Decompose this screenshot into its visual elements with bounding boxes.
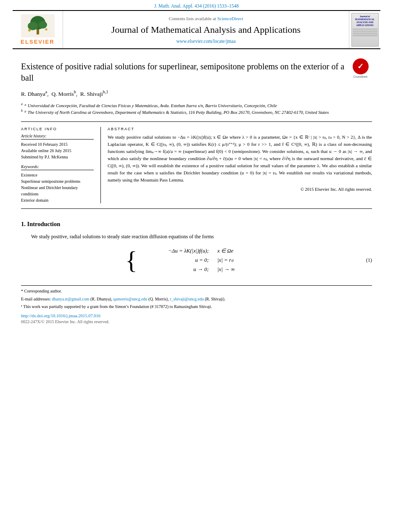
available-date: Available online 26 July 2015 bbox=[21, 147, 94, 154]
email-label: E-mail addresses: bbox=[21, 297, 51, 301]
abstract-column: ABSTRACT We study positive radial soluti… bbox=[101, 127, 372, 203]
email-addresses-note: E-mail addresses: dhanya.tr@gmail.com (R… bbox=[21, 296, 372, 303]
elsevier-brand-text: ELSEVIER bbox=[21, 39, 54, 45]
bottom-copyright: 0022-247X/© 2015 Elsevier Inc. All right… bbox=[21, 319, 372, 324]
email1-author: (R. Dhanya), bbox=[90, 297, 112, 301]
cover-lines bbox=[353, 28, 377, 37]
keywords-label: Keywords: bbox=[21, 164, 94, 170]
introduction-title: 1. Introduction bbox=[21, 221, 372, 228]
svg-point-3 bbox=[28, 22, 38, 30]
abstract-copyright: © 2015 Elsevier Inc. All rights reserved… bbox=[108, 187, 372, 192]
author-sup-b1: b bbox=[74, 90, 76, 94]
sciencedirect-label: Contents lists available at bbox=[169, 16, 216, 21]
keyword-1: Existence bbox=[21, 172, 94, 178]
journal-citation-text: J. Math. Anal. Appl. 434 (2016) 1533–154… bbox=[154, 3, 239, 8]
keyword-3: Nonlinear and Dirichlet boundary conditi… bbox=[21, 184, 94, 197]
email2-author: (Q. Morris), bbox=[148, 297, 169, 301]
submitted-by: Submitted by P.J. McKenna bbox=[21, 154, 94, 160]
main-divider bbox=[21, 121, 372, 122]
equation-number: (1) bbox=[366, 257, 372, 263]
affiliations: a ᵃ Universidad de Concepción, Facultad … bbox=[21, 102, 372, 116]
section-divider bbox=[21, 208, 372, 209]
article-info-column: ARTICLE INFO Article history: Received 1… bbox=[21, 127, 101, 203]
section-number: 1. bbox=[21, 221, 26, 227]
journal-cover-image: Journal ofMATHEMATICALANALYSIS ANDAPPLIC… bbox=[349, 11, 380, 48]
received-date: Received 10 February 2015 bbox=[21, 141, 94, 147]
page-wrapper: J. Math. Anal. Appl. 434 (2016) 1533–154… bbox=[0, 0, 393, 532]
affiliation-b: b ᵇ The University of North Carolina at … bbox=[21, 108, 372, 116]
eq-line1-left: −Δu = λK(|x|)f(u); bbox=[142, 248, 209, 254]
email2-link[interactable]: qamorris@uncg.edu bbox=[113, 297, 147, 301]
journal-url[interactable]: www.elsevier.com/locate/jmaa bbox=[176, 39, 235, 44]
email1-link[interactable]: dhanya.tr@gmail.com bbox=[52, 297, 89, 301]
affiliation-a: a ᵃ Universidad de Concepción, Facultad … bbox=[21, 102, 372, 109]
equation-content: { −Δu = λK(|x|)f(u); x ∈ Ωe u = 0; |x| =… bbox=[125, 248, 268, 273]
keyword-2: Superlinear semipositone problems bbox=[21, 178, 94, 184]
svg-point-5 bbox=[28, 29, 31, 32]
author-sup-a: a bbox=[45, 90, 47, 94]
article-title: Existence of positive radial solutions f… bbox=[21, 61, 345, 84]
journal-cover-placeholder: Journal ofMATHEMATICALANALYSIS ANDAPPLIC… bbox=[351, 13, 379, 47]
journal-center: Contents lists available at ScienceDirec… bbox=[63, 11, 349, 48]
eq-line-1: −Δu = λK(|x|)f(u); x ∈ Ωe bbox=[142, 248, 268, 254]
keyword-4: Exterior domain bbox=[21, 197, 94, 203]
abstract-text: We study positive radial solutions to −Δ… bbox=[108, 134, 372, 184]
equation-1: { −Δu = λK(|x|)f(u); x ∈ Ωe u = 0; |x| =… bbox=[21, 248, 372, 273]
title-row: Existence of positive radial solutions f… bbox=[21, 57, 372, 90]
intro-paragraph: We study positive, radial solutions to s… bbox=[21, 233, 372, 241]
eq-line3-left: u → 0; bbox=[142, 266, 209, 273]
footnotes-area: * Corresponding author. E-mail addresses… bbox=[21, 285, 372, 324]
authors-line: R. Dhanyaa, Q. Morrisb, R. Shivajib,1 bbox=[21, 90, 372, 97]
svg-point-4 bbox=[39, 21, 47, 29]
email3-link[interactable]: r_shivaji@uncg.edu bbox=[170, 297, 204, 301]
introduction-section: 1. Introduction We study positive, radia… bbox=[21, 221, 372, 241]
doi-link[interactable]: http://dx.doi.org/10.1016/j.jmaa.2015.07… bbox=[21, 313, 372, 318]
sciencedirect-link[interactable]: ScienceDirect bbox=[217, 16, 243, 21]
sciencedirect-line: Contents lists available at ScienceDirec… bbox=[169, 16, 243, 21]
two-col-section: ARTICLE INFO Article history: Received 1… bbox=[21, 127, 372, 203]
eq-line2-left: u = 0; bbox=[142, 257, 209, 263]
eq-line3-right: |x| → ∞ bbox=[217, 266, 268, 273]
section-title: Introduction bbox=[27, 221, 61, 227]
crossmark-widget[interactable]: ✓ CrossMark bbox=[349, 58, 372, 78]
svg-point-6 bbox=[45, 29, 47, 31]
journal-title-header: Journal of Mathematical Analysis and App… bbox=[111, 24, 301, 35]
crossmark-icon: ✓ bbox=[353, 58, 369, 74]
footnote-1: ¹ This work was partially supported by a… bbox=[21, 304, 372, 310]
author-sup-b2: b,1 bbox=[103, 90, 108, 94]
elsevier-logo-area: ELSEVIER bbox=[13, 11, 63, 48]
eq-line2-right: |x| = r₀ bbox=[217, 257, 268, 263]
article-history-label: Article history: bbox=[21, 134, 94, 140]
elsevier-tree-logo bbox=[21, 14, 55, 37]
corresponding-label: * Corresponding author. bbox=[21, 289, 62, 293]
article-info-label: ARTICLE INFO bbox=[21, 127, 94, 131]
journal-header: ELSEVIER Contents lists available at Sci… bbox=[13, 10, 380, 49]
equation-brace: { bbox=[125, 248, 137, 273]
corresponding-author-note: * Corresponding author. bbox=[21, 288, 372, 295]
abstract-label: ABSTRACT bbox=[108, 127, 372, 131]
eq-line-3: u → 0; |x| → ∞ bbox=[142, 266, 268, 273]
eq-line1-right: x ∈ Ωe bbox=[217, 248, 268, 254]
equation-lines: −Δu = λK(|x|)f(u); x ∈ Ωe u = 0; |x| = r… bbox=[142, 248, 268, 273]
main-content: Existence of positive radial solutions f… bbox=[0, 49, 393, 332]
crossmark-label: CrossMark bbox=[353, 75, 368, 78]
eq-line-2: u = 0; |x| = r₀ bbox=[142, 257, 268, 263]
journal-citation-bar: J. Math. Anal. Appl. 434 (2016) 1533–154… bbox=[0, 0, 393, 10]
cover-title-text: Journal ofMATHEMATICALANALYSIS ANDAPPLIC… bbox=[355, 15, 375, 27]
email3-author: (R. Shivaji). bbox=[205, 297, 225, 301]
